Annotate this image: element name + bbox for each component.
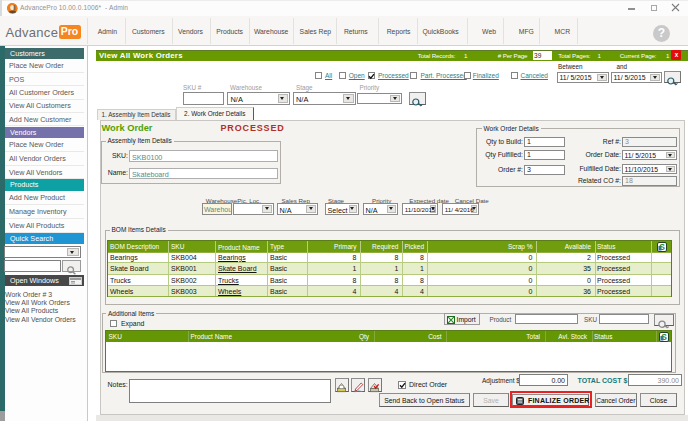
svg-text:S: S [659, 242, 665, 252]
svg-text:S: S [661, 332, 667, 342]
